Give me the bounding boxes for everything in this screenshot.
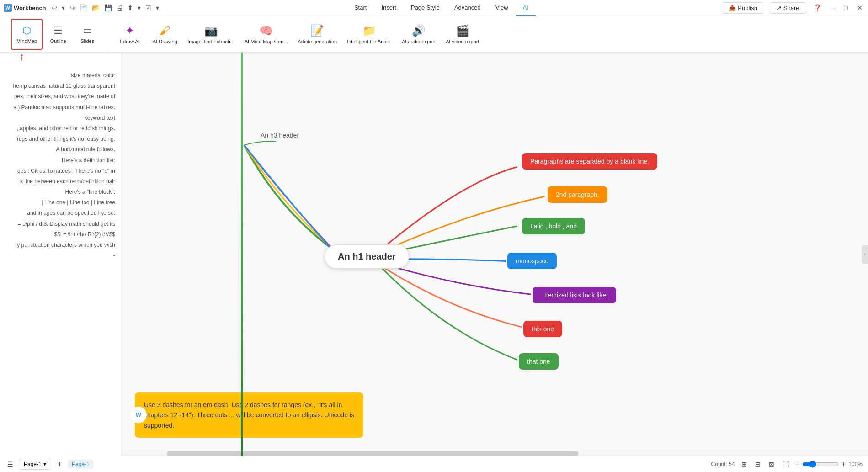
close-button[interactable]: ✕ [855,3,864,12]
ai-drawing-icon: 🖌 [160,24,170,37]
intelligent-file-button[interactable]: 📁 Intelligent file Anal... [342,19,396,50]
check-dropdown[interactable]: ▾ [154,3,161,12]
info-box-icon: W [130,407,147,423]
more-button[interactable]: ▾ [136,3,143,12]
outline-line: size material color [2,71,119,80]
intelligent-file-icon: 📁 [362,24,376,37]
check-button[interactable]: ☑ [144,3,153,12]
export-button[interactable]: ⬆ [126,3,135,12]
right-panel-collapse-button[interactable]: ‹ [862,245,868,264]
outline-line: Here's a definition list: [2,156,119,165]
nav-view[interactable]: View [488,0,516,16]
fit-all-button[interactable]: ⊠ [767,460,776,469]
maximize-button[interactable]: □ [842,3,850,12]
scrollbar-thumb[interactable] [167,451,578,456]
branch-node-7[interactable]: that one [519,353,559,370]
outline-line: y punctuation characters which you wish [2,240,119,250]
app-title: W Workbench [4,4,46,12]
zoom-level: 100% [848,461,863,467]
title-bar-left: W Workbench ↩ ▾ ↪ 📄 📂 💾 🖨 ⬆ ▾ ☑ ▾ [4,3,161,12]
image-text-button[interactable]: 📷 Image Text Extracti... [183,19,239,50]
image-text-icon: 📷 [204,24,218,37]
edraw-ai-icon: ✦ [125,24,134,37]
ai-drawing-button[interactable]: 🖌 AI Drawing [148,19,182,50]
nav-insert[interactable]: Insert [374,0,404,16]
branch-node-1[interactable]: Paragraphs are separated by a blank line… [522,153,657,170]
outline-line: ges : Citrus! tomatoes : There's no "e" … [2,166,119,176]
ai-audio-icon: 🔊 [412,24,426,37]
workbench-logo-icon: W [136,410,141,420]
new-file-button[interactable]: 📄 [78,3,89,12]
status-bar-toggle[interactable]: ☰ [5,460,15,469]
outline-tool-button[interactable]: ☰ Outline [44,19,72,50]
branch-node-2[interactable]: 2nd paragraph. [548,186,607,203]
publish-icon: 📤 [729,5,736,11]
save-button[interactable]: 💾 [102,3,114,12]
add-page-button[interactable]: + [55,459,64,469]
info-box: W Use 3 dashes for an em-dash. Use 2 das… [135,392,363,438]
toolbar: ⬡ MindMap ☰ Outline ▭ Slides ✦ Edraw AI … [0,16,868,53]
outline-line: = d\phi / dt$. Display math should get i… [2,219,119,229]
outline-line: | Line one | Line too | Line tree [2,198,119,207]
zoom-out-button[interactable]: − [795,460,799,468]
publish-button[interactable]: 📤 Publish [722,2,764,14]
slides-icon: ▭ [83,25,92,37]
ai-audio-button[interactable]: 🔊 AI audio export [397,19,440,50]
branch-node-5[interactable]: . Itemized lists look like: [533,287,616,303]
nav-page-style[interactable]: Page Style [404,0,447,16]
ai-video-button[interactable]: 🎬 AI video export [441,19,484,50]
mindmap-icon: ⬡ [22,25,31,37]
print-button[interactable]: 🖨 [115,3,125,12]
mindmap-tool-button[interactable]: ⬡ MindMap [11,19,43,50]
status-bar-left: ☰ Page-1 ▾ + Page-1 [5,459,93,470]
undo-redo-group: ↩ ▾ ↪ 📄 📂 💾 🖨 ⬆ ▾ ☑ ▾ [50,3,161,12]
branch-node-3[interactable]: Italic , bold , and [522,218,585,234]
ai-mindmap-button[interactable]: 🧠 AI Mind Map Gen... [240,19,293,50]
center-node[interactable]: An h1 header [325,244,409,269]
nav-advanced[interactable]: Advanced [447,0,488,16]
minimize-button[interactable]: ─ [829,3,837,12]
share-icon: ↗ [777,5,782,11]
slides-tool-button[interactable]: ▭ Slides [74,19,101,50]
fit-page-button[interactable]: ⊞ [740,460,749,469]
help-button[interactable]: ❓ [812,3,823,12]
outline-line: $$l = \int \rho R^{2} dV$$ [2,230,119,239]
page-width-button[interactable]: ⊟ [753,460,762,469]
status-bar-right: Count: 54 ⊞ ⊟ ⊠ ⛶ − + 100% [711,460,863,469]
dropdown-arrow-icon: ▾ [43,461,46,467]
open-button[interactable]: 📂 [90,3,101,12]
zoom-slider[interactable] [802,461,839,468]
outline-line: , apples, and other red or reddish thing… [2,124,119,133]
outline-icon: ☰ [53,25,63,37]
ai-video-icon: 🎬 [456,24,469,37]
redo-button[interactable]: ↪ [68,3,77,12]
left-panel: ↑ size material color hemp canvas natura… [0,53,121,456]
ai-tools-group: ✦ Edraw AI 🖌 AI Drawing 📷 Image Text Ext… [107,16,489,52]
branch-node-6[interactable]: this one [523,321,562,337]
nav-start[interactable]: Start [347,0,374,16]
share-button[interactable]: ↗ Share [770,2,806,14]
outline-line: pes, their sizes, and what they're made … [2,92,119,101]
count-badge: Count: 54 [711,461,735,467]
horizontal-scrollbar[interactable] [121,451,868,456]
outline-line: Here's a "line block": [2,187,119,197]
outline-line: k line between each term/definition pair [2,177,119,186]
page-indicator: Page-1 [68,460,93,469]
outline-line: keyword text [2,113,119,123]
edraw-ai-button[interactable]: ✦ Edraw AI [112,19,147,50]
status-bar: ☰ Page-1 ▾ + Page-1 Count: 54 ⊞ ⊟ ⊠ ⛶ − … [0,456,868,472]
nav-ai[interactable]: AI [516,0,536,16]
undo-button[interactable]: ↩ [50,3,59,12]
article-gen-icon: 📝 [310,24,324,37]
page-tab-dropdown[interactable]: Page-1 ▾ [19,459,51,470]
zoom-in-button[interactable]: + [841,460,846,468]
article-gen-button[interactable]: 📝 Article generation [293,19,342,50]
outline-line: frogs and other things it's not easy bei… [2,134,119,144]
nav-menu: Start Insert Page Style Advanced View AI [347,0,536,16]
h3-header-label: An h3 header [261,132,299,139]
branch-node-4[interactable]: monospace [507,253,557,269]
fullscreen-button[interactable]: ⛶ [781,460,791,469]
title-bar: W Workbench ↩ ▾ ↪ 📄 📂 💾 🖨 ⬆ ▾ ☑ ▾ Start … [0,0,868,16]
undo-dropdown[interactable]: ▾ [60,3,67,12]
canvas-area[interactable]: An h3 header An h1 header Paragraphs are… [121,53,868,456]
